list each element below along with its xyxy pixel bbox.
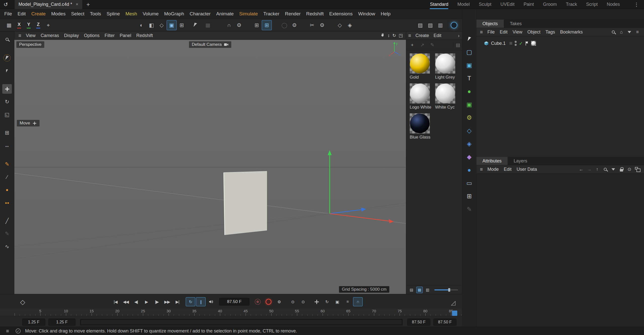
next-key-button[interactable]: ▶▶	[162, 297, 172, 306]
material-gold[interactable]: Gold	[410, 53, 433, 80]
paint-square-tool[interactable]: ■	[2, 185, 12, 195]
undo-icon[interactable]: ↺	[4, 2, 8, 8]
workplane-button[interactable]: ▦	[4, 20, 14, 30]
om-home-icon[interactable]: ⌂	[619, 29, 624, 35]
list-view-button[interactable]: ▤	[408, 287, 415, 293]
current-frame-field[interactable]: 87.50 F	[219, 298, 249, 306]
keying-gear-button[interactable]: ⚙	[274, 297, 284, 306]
key-parameter-button[interactable]: ≡	[343, 297, 352, 306]
overflow-menu-icon[interactable]: ⋮	[634, 2, 639, 8]
prism-palette-icon[interactable]: ◈	[465, 139, 474, 149]
layer-chip-icon[interactable]	[509, 42, 512, 45]
view-label[interactable]: Perspective	[16, 41, 44, 48]
om-menu-tags[interactable]: Tags	[543, 28, 557, 36]
object-mode-button[interactable]: ⊞	[177, 20, 187, 30]
close-tab-icon[interactable]: ×	[76, 2, 79, 7]
menu-redshift[interactable]: Redshift	[304, 9, 327, 19]
menu-help[interactable]: Help	[378, 9, 393, 19]
menu-extensions[interactable]: Extensions	[326, 9, 355, 19]
workspace-track[interactable]: Track	[566, 0, 577, 9]
keyframe-nav-button[interactable]: ◇	[20, 298, 25, 306]
model-mode-button[interactable]: ◧	[146, 20, 157, 30]
tweak-select-button[interactable]	[190, 20, 200, 30]
key-position-button[interactable]	[312, 297, 321, 306]
tab-takes[interactable]: Takes	[504, 20, 528, 28]
card-plane-object[interactable]	[224, 171, 267, 235]
range-scrollbar-bar[interactable]	[81, 320, 402, 324]
attr-up-icon[interactable]: ↑	[595, 167, 600, 172]
pencil-palette-icon[interactable]: ✎	[465, 205, 474, 214]
lock-x-button[interactable]: X	[15, 20, 24, 30]
move-tool[interactable]	[2, 84, 12, 94]
axis-gizmo[interactable]: y x z	[388, 40, 401, 56]
material-panel-icon[interactable]: ▤	[453, 42, 460, 48]
lock-z-button[interactable]: Z	[34, 20, 43, 30]
tweak-tool[interactable]	[2, 66, 12, 76]
attr-new-window-icon[interactable]	[635, 168, 640, 171]
next-frame-button[interactable]: |▶	[152, 297, 162, 306]
quantize-button[interactable]: ⊞	[262, 20, 272, 30]
attr-menu-edit[interactable]: Edit	[501, 165, 514, 173]
menu-edit[interactable]: Edit	[15, 9, 29, 19]
render-settings-button[interactable]: ▥	[435, 20, 445, 30]
workspace-uvedit[interactable]: UVEdit	[501, 0, 515, 9]
material-menu-edit[interactable]: Edit	[431, 31, 444, 40]
material-white-cyc[interactable]: White Cyc	[435, 83, 459, 110]
preview-size-button[interactable]: ▥	[424, 287, 431, 293]
attr-menu-icon[interactable]: ≡	[478, 166, 485, 172]
attr-menu-mode[interactable]: Mode	[485, 165, 501, 173]
redshift-ipr-button[interactable]	[449, 20, 459, 30]
workspace-paint[interactable]: Paint	[524, 0, 534, 9]
text-palette-icon[interactable]: T	[465, 74, 474, 83]
viewport-menu-redshift[interactable]: Redshift	[134, 31, 156, 40]
om-options-icon[interactable]: ≡	[635, 29, 640, 35]
playhead[interactable]	[452, 311, 457, 316]
menu-mograph[interactable]: MoGraph	[161, 9, 187, 19]
menu-tracker[interactable]: Tracker	[261, 9, 282, 19]
prev-key-button[interactable]: ◀◀	[121, 297, 131, 306]
viewport-menu-panel[interactable]: Panel	[117, 31, 134, 40]
live-selection-tool[interactable]	[2, 53, 12, 63]
grid-view-button[interactable]: ▦	[416, 287, 423, 293]
viewport-canvas[interactable]: Perspective Default Camera Move Grid Spa…	[14, 40, 406, 294]
autokey-button[interactable]	[266, 299, 272, 305]
workplane-lock-button[interactable]: ◯	[279, 20, 289, 30]
goto-start-button[interactable]: |◀	[111, 297, 120, 306]
material-more-icon[interactable]: ›	[458, 33, 460, 39]
render-view-button[interactable]: ▨	[415, 20, 425, 30]
workplane-gear-button[interactable]: ⚙	[289, 20, 299, 30]
goto-end-button[interactable]: ▶|	[173, 297, 182, 306]
dolly-icon[interactable]: ↕	[388, 33, 390, 38]
menu-tools[interactable]: Tools	[87, 9, 104, 19]
rotate-tool[interactable]: ↻	[2, 97, 12, 107]
om-search-icon[interactable]	[611, 30, 616, 34]
om-menu-view[interactable]: View	[510, 28, 525, 36]
object-name[interactable]: Cube.1	[491, 41, 506, 46]
material-blue-glass[interactable]: Blue Glass	[410, 113, 433, 140]
viewport-menu-view[interactable]: View	[23, 31, 38, 40]
timeline-ruler[interactable]: 510152025303540455055606570758085	[0, 309, 462, 316]
tab-attributes[interactable]: Attributes	[476, 157, 508, 165]
tab-layers[interactable]: Layers	[508, 157, 533, 165]
frame-palette-icon[interactable]: ⊞	[465, 191, 474, 201]
material-thumbnail[interactable]	[410, 113, 430, 133]
attr-filter-icon[interactable]	[611, 168, 616, 171]
slider-thumb[interactable]	[448, 288, 450, 292]
keyframe-selection-button[interactable]: ⊙	[288, 297, 297, 306]
material-thumbnail[interactable]	[410, 53, 430, 74]
pen-tool[interactable]: ✎	[2, 229, 12, 239]
sphere-palette-icon[interactable]: ●	[465, 87, 474, 96]
material-tag-icon[interactable]	[531, 41, 536, 46]
pan-icon[interactable]	[381, 33, 385, 39]
material-thumbnail[interactable]	[435, 53, 455, 74]
menu-mesh[interactable]: Mesh	[123, 9, 140, 19]
attr-search-icon[interactable]	[603, 168, 608, 171]
material-light-grey[interactable]: Light Grey	[435, 53, 459, 80]
viewport-menu-cameras[interactable]: Cameras	[38, 31, 61, 40]
menu-select[interactable]: Select	[68, 9, 87, 19]
free-move-tool[interactable]: ↔	[2, 141, 12, 150]
timeline-expand-button[interactable]: ◿	[451, 299, 456, 306]
material-menu-icon[interactable]: ≡	[406, 33, 413, 39]
grid-snap-button[interactable]: ⊞	[252, 20, 262, 30]
pointer-palette-icon[interactable]	[465, 34, 474, 44]
